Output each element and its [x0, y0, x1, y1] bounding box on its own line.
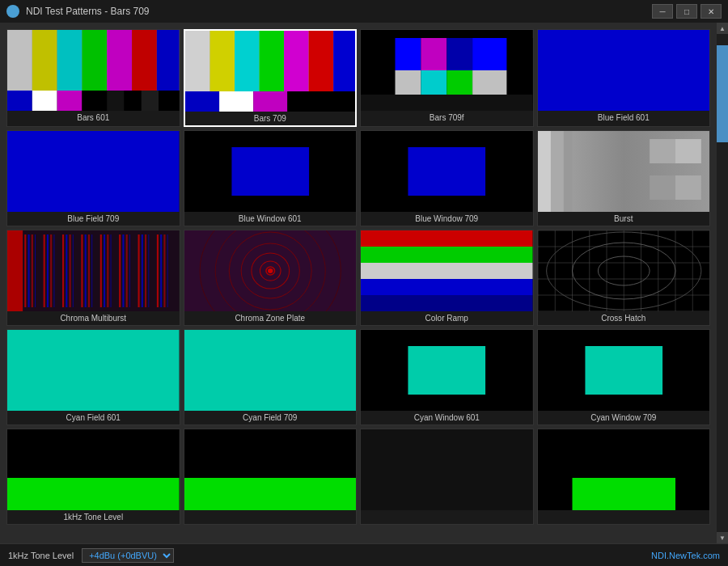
svg-rect-12 — [82, 91, 107, 111]
pattern-cell-chroma-multiburst[interactable]: Chroma Multiburst — [6, 230, 180, 326]
svg-rect-55 — [650, 175, 675, 200]
pattern-cell-bars-709f[interactable]: Bars 709f — [360, 29, 534, 127]
svg-rect-71 — [81, 234, 83, 307]
tone-label: 1kHz Tone Level — [8, 551, 74, 560]
svg-rect-60 — [28, 234, 30, 307]
svg-rect-59 — [24, 234, 26, 307]
svg-rect-42 — [7, 131, 180, 212]
pattern-label-color-ramp: Color Ramp — [361, 311, 533, 325]
svg-rect-72 — [85, 234, 87, 307]
svg-rect-7 — [157, 30, 180, 91]
svg-rect-51 — [550, 131, 563, 212]
svg-rect-70 — [73, 234, 74, 307]
svg-rect-86 — [148, 234, 149, 307]
pattern-label-burst: Burst — [538, 212, 710, 226]
pattern-label-chroma-multiburst: Chroma Multiburst — [7, 311, 180, 325]
pattern-cell-blue-window-709[interactable]: Blue Window 709 — [360, 130, 534, 226]
pattern-cell-row5-2[interactable] — [184, 429, 358, 525]
pattern-preview-chroma-zone-plate — [184, 230, 357, 311]
pattern-cell-blue-window-601[interactable]: Blue Window 601 — [184, 130, 358, 226]
pattern-label-row5-2 — [184, 510, 357, 515]
pattern-preview-blue-window-709 — [361, 131, 533, 212]
pattern-preview-blue-window-601 — [184, 131, 357, 212]
pattern-cell-burst[interactable]: Burst — [537, 130, 711, 226]
pattern-preview-chroma-multiburst — [7, 230, 180, 311]
svg-rect-83 — [138, 234, 140, 307]
svg-rect-14 — [125, 91, 142, 111]
svg-rect-85 — [145, 234, 146, 307]
pattern-cell-cyan-field-709[interactable]: Cyan Field 709 — [184, 329, 358, 425]
window-controls: ─ □ ✕ — [652, 4, 722, 19]
pattern-cell-row5-4[interactable] — [537, 429, 711, 525]
svg-rect-9 — [7, 91, 32, 111]
app-icon — [6, 5, 19, 18]
svg-rect-63 — [44, 234, 45, 307]
svg-rect-28 — [253, 91, 287, 112]
scroll-up-arrow[interactable]: ▲ — [717, 23, 728, 34]
pattern-cell-cyan-window-601[interactable]: Cyan Window 601 — [360, 329, 534, 425]
pattern-preview-row5-1 — [7, 429, 180, 510]
pattern-label-blue-window-709: Blue Window 709 — [361, 212, 533, 226]
svg-rect-31 — [396, 38, 421, 70]
pattern-grid: Bars 601 Bars 709 Bars 709f Blue Field 6… — [0, 23, 717, 543]
pattern-cell-cross-hatch[interactable]: Cross Hatch — [537, 230, 711, 326]
pattern-preview-cyan-field-601 — [7, 330, 180, 411]
svg-rect-80 — [122, 234, 124, 307]
svg-rect-34 — [396, 70, 421, 95]
maximize-button[interactable]: □ — [676, 4, 697, 19]
scrollbar[interactable]: ▲ ▼ — [717, 23, 728, 543]
pattern-preview-blue-field-709 — [7, 131, 180, 212]
pattern-cell-bars-601[interactable]: Bars 601 — [6, 29, 180, 127]
svg-rect-87 — [157, 234, 159, 307]
pattern-label-bars-709f: Bars 709f — [361, 111, 533, 125]
pattern-cell-row5-1[interactable]: 1kHz Tone Level — [6, 429, 180, 525]
svg-rect-73 — [88, 234, 90, 307]
scrollbar-thumb[interactable] — [717, 45, 728, 142]
svg-rect-15 — [142, 91, 159, 111]
svg-point-99 — [268, 268, 273, 273]
pattern-preview-burst — [538, 131, 710, 212]
pattern-cell-blue-field-601[interactable]: Blue Field 601 — [537, 29, 711, 127]
pattern-preview-cyan-field-709 — [184, 330, 357, 411]
pattern-cell-cyan-field-601[interactable]: Cyan Field 601 — [6, 329, 180, 425]
svg-rect-40 — [361, 95, 533, 111]
svg-rect-89 — [163, 234, 165, 307]
svg-rect-65 — [50, 234, 52, 307]
pattern-preview-row5-4 — [538, 429, 710, 510]
svg-rect-27 — [219, 91, 253, 112]
minimize-button[interactable]: ─ — [652, 4, 673, 19]
svg-rect-79 — [119, 234, 121, 307]
svg-rect-68 — [66, 234, 67, 307]
svg-rect-84 — [142, 234, 143, 307]
svg-rect-101 — [361, 247, 533, 263]
pattern-label-row5-4 — [538, 510, 710, 515]
pattern-cell-color-ramp[interactable]: Color Ramp — [360, 230, 534, 326]
pattern-label-cyan-window-601: Cyan Window 601 — [361, 411, 533, 424]
pattern-cell-cyan-window-709[interactable]: Cyan Window 709 — [537, 329, 711, 425]
svg-rect-23 — [308, 31, 333, 91]
pattern-preview-cross-hatch — [538, 230, 710, 311]
svg-rect-33 — [447, 38, 472, 70]
pattern-cell-bars-709[interactable]: Bars 709 — [184, 29, 358, 127]
svg-rect-52 — [563, 131, 572, 212]
svg-rect-4 — [82, 30, 107, 91]
tone-dropdown[interactable]: +4dBu (+0dBVU) — [82, 548, 174, 563]
close-button[interactable]: ✕ — [700, 4, 722, 19]
pattern-label-bars-601: Bars 601 — [7, 111, 180, 125]
pattern-label-bars-709: Bars 709 — [185, 112, 356, 125]
window-title: NDI Test Patterns - Bars 709 — [26, 6, 645, 17]
svg-rect-3 — [57, 30, 83, 91]
pattern-cell-row5-3[interactable] — [360, 429, 534, 525]
svg-rect-11 — [57, 91, 83, 111]
svg-rect-61 — [32, 234, 33, 307]
pattern-cell-chroma-zone-plate[interactable]: Chroma Zone Plate — [184, 230, 358, 326]
pattern-cell-blue-field-709[interactable]: Blue Field 709 — [6, 130, 180, 226]
svg-rect-138 — [572, 478, 675, 510]
svg-rect-69 — [70, 234, 71, 307]
svg-rect-1 — [7, 30, 32, 91]
svg-rect-19 — [210, 31, 235, 91]
svg-rect-50 — [538, 131, 551, 212]
svg-rect-54 — [675, 139, 701, 163]
scroll-down-arrow[interactable]: ▼ — [717, 532, 728, 543]
pattern-label-chroma-zone-plate: Chroma Zone Plate — [184, 311, 357, 325]
